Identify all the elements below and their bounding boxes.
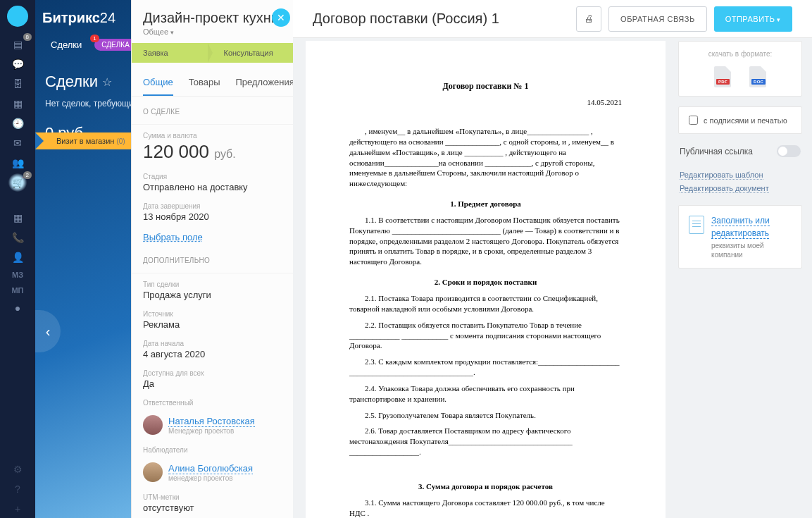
text-icon-mz[interactable]: МЗ [0, 268, 35, 282]
doc-s1-head: 1. Предмет договора [349, 199, 622, 209]
kanban-card-arrow [35, 132, 44, 149]
stage-zayavka[interactable]: Заявка [132, 43, 213, 63]
doc-s21: 2.1. Поставка Товара производится в соот… [349, 293, 622, 314]
doc-s11: 1.1. В соответствии с настоящим Договоро… [349, 215, 622, 267]
brand: Битрикс24 [42, 10, 115, 26]
logo-icon[interactable] [7, 6, 28, 27]
select-field-link[interactable]: Выбрать поле [143, 232, 203, 242]
document-header: Договор поставки (Россия) 1 🖨 ОБРАТНАЯ С… [293, 0, 812, 38]
value-access: Да [143, 378, 282, 389]
download-heading: скачать в формате: [689, 50, 792, 58]
pill-badge: 1 [90, 35, 99, 42]
stage-consult[interactable]: Консультация [213, 43, 294, 63]
mail-icon[interactable]: ✉ [8, 134, 27, 152]
print-icon[interactable]: 🖨 [576, 6, 601, 32]
value-end: 13 ноября 2020 [143, 211, 282, 222]
value-utm: отсутствуют [143, 502, 282, 513]
send-button[interactable]: ОТПРАВИТЬ [714, 6, 792, 32]
stamps-label: с подписями и печатью [704, 116, 787, 125]
public-link-label: Публичная ссылка [680, 147, 753, 156]
people-icon[interactable]: 👥 [8, 154, 27, 172]
requisites-sub: реквизиты моей компании [711, 241, 792, 259]
feedback-button[interactable]: ОБРАТНАЯ СВЯЗЬ [608, 6, 707, 32]
phone-icon[interactable]: 📞 [8, 228, 27, 247]
label-observers: Наблюдатели [143, 446, 282, 454]
download-doc-icon[interactable]: DOC [749, 66, 766, 87]
pill-deal[interactable]: 1СДЕЛКА [94, 39, 137, 51]
edit-document-link[interactable]: Редактировать документ [680, 184, 769, 193]
deal-title: Дизайн-проект кухни [132, 0, 293, 27]
doc-date: 14.05.2021 [349, 97, 622, 108]
doc-s25: 2.5. Грузополучателем Товара является По… [349, 410, 622, 421]
public-link-toggle[interactable] [777, 145, 801, 157]
tasks-icon[interactable]: ▤8 [8, 35, 27, 54]
value-source: Реклама [143, 319, 282, 330]
star-icon[interactable]: ☆ [102, 75, 112, 89]
left-sidebar: ▤8 💬 🗄 ▦ 🕘 ✉ 👥 🛒2 ▦ 📞 👤 МЗ МП ● ⚙ ? + [0, 0, 35, 518]
calendar-icon[interactable]: ▦ [8, 94, 27, 113]
doc-s26: 2.6. Товар доставляется Поставщиком по а… [349, 426, 622, 457]
deal-tabs: Общие Товары Предложения [132, 70, 293, 97]
drive-icon[interactable]: 🗄 [8, 75, 27, 93]
value-type: Продажа услуги [143, 290, 282, 300]
doc-intro: , именуем__ в дальнейшем «Покупатель», в… [349, 126, 622, 189]
label-stage: Стадия [143, 173, 282, 180]
document-page: Договор поставки № 1 14.05.2021 , именуе… [306, 41, 666, 518]
avatar [143, 415, 163, 435]
tasks-badge: 8 [23, 33, 32, 41]
settings-icon[interactable]: ⚙ [8, 460, 27, 479]
crm-icon[interactable]: 🛒2 [8, 173, 27, 192]
download-pdf-icon[interactable]: PDF [714, 66, 731, 87]
tab-deals[interactable]: Сделки [45, 35, 87, 54]
chat-icon[interactable]: 💬 [8, 55, 27, 73]
collapse-chevron-icon[interactable]: ‹ [35, 310, 61, 352]
label-sum: Сумма и валюта [143, 132, 282, 140]
label-responsible: Ответственный [143, 399, 282, 407]
document-icon [689, 216, 704, 234]
avatar [143, 462, 163, 482]
tab-general[interactable]: Общие [143, 70, 173, 96]
label-type: Тип сделки [143, 280, 282, 288]
stamps-checkbox[interactable] [689, 116, 698, 125]
close-icon[interactable]: ✕ [272, 8, 290, 27]
label-source: Источник [143, 310, 282, 318]
doc-s24: 2.4. Упаковка Товара должна обеспечивать… [349, 383, 622, 405]
responsible-user[interactable]: Наталья Ростовская Менеджер проектов [132, 411, 293, 439]
deal-scope[interactable]: Общее [132, 27, 293, 43]
document-sidebar: скачать в формате: PDF DOC с подписями и… [678, 41, 802, 518]
observer-name[interactable]: Алина Боголюбская [168, 463, 253, 474]
doc-s2-head: 2. Сроки и порядок поставки [349, 277, 622, 288]
requisites-card: Заполнить или редактировать реквизиты мо… [678, 205, 802, 269]
time-icon[interactable]: 🕘 [8, 114, 27, 132]
edit-template-link[interactable]: Редактировать шаблон [680, 171, 763, 180]
stamps-checkbox-row[interactable]: с подписями и печатью [689, 116, 792, 125]
deal-panel: Дизайн-проект кухни Общее Заявка Консуль… [131, 0, 293, 518]
value-start: 4 августа 2020 [143, 349, 282, 359]
public-link-row: Публичная ссылка [678, 144, 802, 159]
responsible-role: Менеджер проектов [168, 427, 255, 435]
requisites-link[interactable]: Заполнить или редактировать [711, 216, 770, 239]
apps-icon[interactable]: ▦ [8, 209, 27, 227]
doc-heading: Договор поставки № 1 [349, 80, 622, 92]
doc-s3-head: 3. Сумма договора и порядок расчетов [349, 481, 622, 492]
tab-offers[interactable]: Предложения [235, 70, 293, 96]
add-icon[interactable]: + [8, 500, 27, 518]
crm-badge: 2 [23, 171, 32, 179]
stamps-card: с подписями и печатью [678, 106, 802, 134]
doc-s23: 2.3. С каждым комплектом продукции поста… [349, 357, 622, 378]
doc-s31: 3.1. Сумма настоящего Договора составляе… [349, 498, 622, 518]
section-additional: Дополнительно [132, 245, 293, 273]
section-about: О сделке [132, 97, 293, 125]
kanban-tabs: Сделки 1СДЕЛКА [45, 35, 137, 54]
more-icon[interactable]: ● [8, 299, 27, 317]
observer-user[interactable]: Алина Боголюбская менеджер проектов [132, 458, 293, 486]
text-icon-mp[interactable]: МП [0, 283, 35, 297]
document-overlay: Договор поставки (Россия) 1 🖨 ОБРАТНАЯ С… [293, 0, 812, 518]
help-icon[interactable]: ? [8, 480, 27, 498]
responsible-name[interactable]: Наталья Ростовская [168, 416, 255, 427]
tab-products[interactable]: Товары [189, 70, 220, 96]
observer-role: менеджер проектов [168, 474, 253, 482]
download-card: скачать в формате: PDF DOC [678, 41, 802, 97]
label-access: Доступна для всех [143, 369, 282, 377]
contact-icon[interactable]: 👤 [8, 248, 27, 266]
